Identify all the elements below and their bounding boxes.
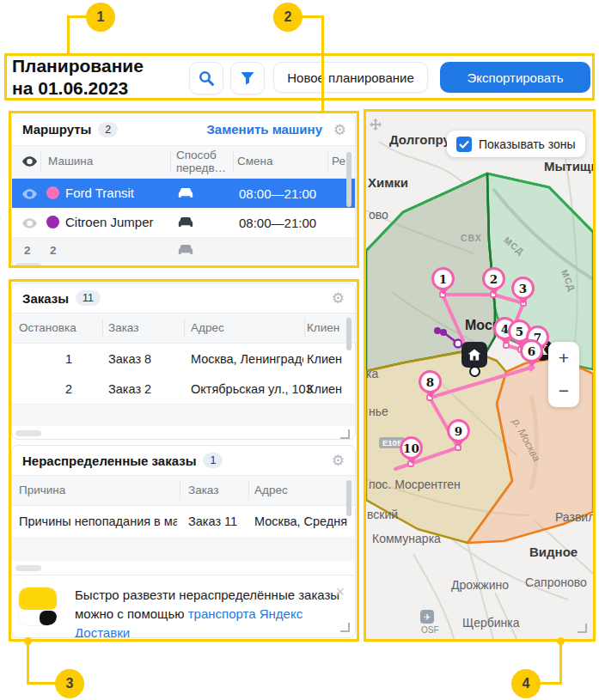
banner-line2: можно с помощью транспорта Яндекс Достав… bbox=[75, 605, 355, 638]
zoom-in-button[interactable]: + bbox=[548, 342, 579, 374]
unassigned-panel-header: Нераспределенные заказы 1 ⚙ bbox=[12, 446, 355, 475]
route-stop-marker-9[interactable]: 9 bbox=[447, 419, 470, 442]
orders-table-header: Остановка Заказ Адрес Клиен bbox=[12, 313, 355, 344]
orders-hscroll-thumb[interactable] bbox=[15, 430, 41, 436]
vehicle-shift: 08:00—21:00 bbox=[239, 186, 316, 201]
routes-summary-row: 2 2 bbox=[12, 238, 355, 262]
pan-icon[interactable] bbox=[370, 119, 382, 134]
routes-vscroll-thumb[interactable] bbox=[346, 152, 351, 207]
callout-4: 4 bbox=[511, 669, 541, 698]
callout-2: 2 bbox=[273, 3, 303, 32]
orders-settings-gear-icon[interactable]: ⚙ bbox=[332, 291, 345, 306]
page-title-line2: на 01.06.2023 bbox=[12, 77, 144, 100]
visibility-column-eye-icon[interactable] bbox=[22, 156, 37, 169]
vehicle-name: Ford Transit bbox=[65, 186, 134, 200]
callout-1: 1 bbox=[86, 3, 115, 32]
map-label: Мытищи bbox=[544, 159, 593, 173]
page-title-line1: Планирование bbox=[12, 55, 144, 77]
unassigned-hscroll-area bbox=[12, 561, 355, 575]
unassigned-count-badge: 1 bbox=[203, 453, 223, 468]
map-label: Видное bbox=[529, 545, 578, 559]
order-client: Клиен bbox=[307, 352, 351, 366]
routes-count-badge: 2 bbox=[98, 122, 118, 137]
summary-vehicle-count: 2 bbox=[50, 244, 57, 257]
banner-text: Быстро развезти нераспределённые заказы … bbox=[75, 586, 355, 638]
unassigned-hscroll-thumb[interactable] bbox=[15, 565, 41, 571]
callout-3: 3 bbox=[55, 669, 84, 698]
order-id: Заказ 2 bbox=[108, 382, 151, 396]
col-trips: Ре bbox=[332, 155, 345, 167]
replace-vehicle-link[interactable]: Заменить машину bbox=[206, 122, 322, 137]
route-stop-marker-3[interactable]: 3 bbox=[511, 277, 535, 300]
map-label: Дрожжино bbox=[451, 578, 509, 592]
unassigned-row[interactable]: Причины непопадания в ма… Заказ 11 Москв… bbox=[12, 506, 355, 537]
unassigned-empty-area bbox=[12, 537, 355, 561]
orders-count-badge: 11 bbox=[76, 290, 101, 306]
show-zones-label: Показывать зоны bbox=[479, 137, 576, 151]
depot-icon[interactable] bbox=[461, 342, 487, 368]
filter-icon bbox=[240, 70, 255, 86]
col-address: Адрес bbox=[254, 484, 288, 496]
routes-panel-header: Маршруты 2 Заменить машину ⚙ bbox=[12, 113, 355, 145]
col-order: Заказ bbox=[188, 484, 218, 496]
yandex-delivery-logo bbox=[19, 587, 57, 625]
orders-resize-handle[interactable] bbox=[340, 429, 350, 439]
unassigned-settings-gear-icon[interactable]: ⚙ bbox=[332, 453, 345, 468]
banner-resize-handle[interactable] bbox=[340, 623, 350, 632]
orders-hscroll-area bbox=[12, 426, 355, 440]
route-stop-marker-2[interactable]: 2 bbox=[482, 267, 505, 290]
stop-number: 1 bbox=[19, 352, 72, 366]
search-icon bbox=[198, 70, 215, 87]
unassigned-reason: Причины непопадания в ма… bbox=[19, 514, 177, 528]
row-eye-icon[interactable] bbox=[22, 217, 37, 231]
col-address: Адрес bbox=[191, 321, 224, 334]
zoom-out-button[interactable]: − bbox=[548, 374, 579, 407]
routes-settings-gear-icon[interactable]: ⚙ bbox=[333, 122, 346, 137]
route-stop-marker-1[interactable]: 1 bbox=[431, 267, 455, 290]
col-shift: Смена bbox=[237, 155, 273, 167]
routes-hscroll-area bbox=[12, 262, 355, 267]
unassigned-vscroll-thumb[interactable] bbox=[346, 480, 351, 516]
airport-icon: ✈ bbox=[420, 610, 434, 624]
order-address: Москва, Ленинградс bbox=[191, 352, 303, 366]
route-stop-marker-8[interactable]: 8 bbox=[419, 370, 442, 393]
routes-panel: Маршруты 2 Заменить машину ⚙ Машина Спос… bbox=[11, 113, 356, 267]
map-label: Развилка bbox=[555, 510, 593, 524]
show-zones-toggle[interactable]: Показывать зоны bbox=[447, 131, 585, 157]
orders-vscroll-thumb[interactable] bbox=[346, 318, 351, 350]
map-label: OSF bbox=[421, 625, 439, 635]
orders-panel: Заказы 11 ⚙ Остановка Заказ Адрес Клиен … bbox=[11, 283, 356, 440]
car-icon bbox=[177, 243, 194, 259]
checkbox-checked-icon[interactable] bbox=[456, 137, 472, 152]
route-stop-marker-6[interactable]: 6 bbox=[520, 339, 543, 362]
map-label: пос. Мосрентген bbox=[369, 478, 461, 491]
page-title: Планирование на 01.06.2023 bbox=[12, 55, 144, 100]
order-row[interactable]: 1 Заказ 8 Москва, Ленинградс Клиен bbox=[12, 344, 355, 374]
new-planning-button[interactable]: Новое планирование bbox=[273, 62, 428, 93]
col-reason: Причина bbox=[19, 484, 65, 496]
vehicle-color-dot bbox=[46, 186, 59, 199]
order-row[interactable]: 2 Заказ 2 Октябрьская ул., 103 Клиен bbox=[12, 374, 355, 405]
app-window: { "colors": { "accent": "#1f78e6", "sele… bbox=[0, 0, 599, 700]
export-button[interactable]: Экспортировать bbox=[440, 62, 590, 93]
map-label: нье bbox=[369, 405, 388, 418]
map-zoom-control: + − bbox=[548, 342, 579, 407]
banner-close-icon[interactable]: × bbox=[335, 584, 345, 600]
unassigned-order-id: Заказ 11 bbox=[188, 514, 237, 528]
map-canvas[interactable]: #route-extra .vertex{fill:#fff;stroke:va… bbox=[366, 112, 593, 639]
filter-button[interactable] bbox=[230, 62, 265, 94]
col-stop: Остановка bbox=[19, 321, 76, 334]
map-resize-handle[interactable] bbox=[578, 624, 587, 633]
route-row-selected[interactable]: Ford Transit 08:00—21:00 bbox=[12, 179, 355, 208]
car-icon bbox=[177, 216, 194, 231]
row-eye-icon[interactable] bbox=[22, 188, 37, 202]
route-row[interactable]: Citroen Jumper 08:00—21:00 bbox=[12, 208, 355, 238]
route-stop-marker-10[interactable]: 10 bbox=[400, 436, 423, 460]
map-label: Коммунарка bbox=[372, 532, 441, 545]
unassigned-panel: Нераспределенные заказы 1 ⚙ Причина Зака… bbox=[11, 445, 356, 638]
delivery-banner: Быстро развезти нераспределённые заказы … bbox=[12, 575, 355, 637]
routes-hscroll-thumb[interactable] bbox=[15, 263, 41, 267]
banner-line1: Быстро развезти нераспределённые заказы bbox=[75, 586, 355, 605]
car-icon bbox=[177, 186, 194, 202]
search-button[interactable] bbox=[189, 62, 223, 94]
